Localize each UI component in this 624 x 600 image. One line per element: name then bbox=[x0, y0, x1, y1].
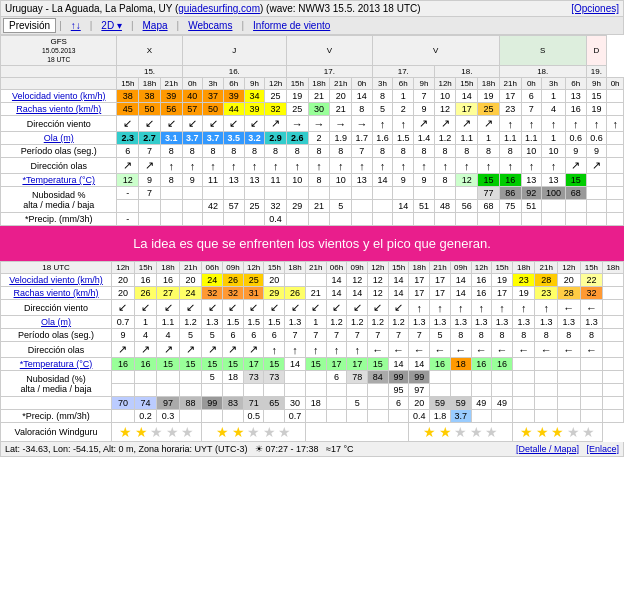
wda-12: ↑ bbox=[352, 158, 373, 174]
banner-text: La idea es que se enfrenten los vientos … bbox=[133, 236, 491, 251]
bws-20: 23 bbox=[512, 274, 535, 287]
cl1-5 bbox=[203, 187, 224, 200]
h11: 21h bbox=[330, 78, 352, 90]
wp-2: 7 bbox=[139, 145, 161, 158]
bwh-4: 1.2 bbox=[179, 316, 202, 329]
b-wh-link[interactable]: Ola (m) bbox=[41, 317, 71, 327]
bt-3: 15 bbox=[157, 358, 180, 371]
star-9-empty: ★ bbox=[263, 424, 276, 440]
tab-mapa[interactable]: Mapa bbox=[137, 18, 174, 33]
title-text: Uruguay - La Aguada, La Paloma, UY bbox=[5, 3, 172, 14]
enlace-link[interactable]: [Enlace] bbox=[586, 444, 619, 454]
ws-7: 34 bbox=[244, 90, 265, 103]
cl2-18: 68 bbox=[478, 200, 500, 213]
wp-16: 8 bbox=[434, 145, 456, 158]
temp-link[interactable]: *Temperatura (°C) bbox=[22, 175, 95, 185]
bh-13: 12h bbox=[368, 262, 389, 274]
bcl3-23 bbox=[580, 397, 603, 410]
bwd-17: ↑ bbox=[450, 300, 471, 316]
tab-updown[interactable]: ↑↓ bbox=[65, 18, 87, 33]
ws-5: 37 bbox=[203, 90, 224, 103]
bws-18: 16 bbox=[471, 274, 492, 287]
bg-4: 24 bbox=[179, 287, 202, 300]
ws-24 bbox=[607, 90, 624, 103]
bws-23: 22 bbox=[580, 274, 603, 287]
wda-13: ↑ bbox=[372, 158, 393, 174]
bwh-10: 1 bbox=[305, 316, 326, 329]
bcl1-6: 18 bbox=[223, 371, 244, 384]
t-21: 13 bbox=[542, 174, 566, 187]
bcl1-11: 6 bbox=[326, 371, 347, 384]
gust-link[interactable]: Rachas viento (km/h) bbox=[16, 104, 101, 114]
t-6: 13 bbox=[223, 174, 244, 187]
guiadesurfing-link[interactable]: guiadesurfing.com bbox=[178, 3, 260, 14]
bwd-23: ← bbox=[580, 300, 603, 316]
b-ws-link[interactable]: Velocidad viento (km/h) bbox=[9, 275, 103, 285]
tab-informe[interactable]: Informe de viento bbox=[247, 18, 336, 33]
wda-22: ↗ bbox=[565, 158, 586, 174]
bh-2: 15h bbox=[134, 262, 157, 274]
bt-6: 15 bbox=[223, 358, 244, 371]
bcl3-6: 83 bbox=[223, 397, 244, 410]
bh-9: 18h bbox=[285, 262, 306, 274]
bwda-24 bbox=[603, 342, 624, 358]
bpr-3: 0.3 bbox=[157, 410, 180, 423]
bws-10 bbox=[305, 274, 326, 287]
b-gust-link[interactable]: Rachas viento (km/h) bbox=[14, 288, 99, 298]
bcl3-12: 5 bbox=[347, 397, 368, 410]
pr-17 bbox=[456, 213, 478, 226]
cl1-6 bbox=[223, 187, 244, 200]
bpr-13 bbox=[368, 410, 389, 423]
t-18: 15 bbox=[478, 174, 500, 187]
bh-1: 12h bbox=[112, 262, 135, 274]
tab-prevision[interactable]: Previsión bbox=[3, 18, 56, 33]
star-4-empty: ★ bbox=[166, 424, 179, 440]
bcl1-5: 5 bbox=[202, 371, 223, 384]
day-18b: 18. bbox=[499, 66, 586, 78]
bwh-19: 1.3 bbox=[492, 316, 513, 329]
bh-10: 21h bbox=[305, 262, 326, 274]
detalle-link[interactable]: [Detalle / Mapa] bbox=[516, 444, 579, 454]
tab-webcams[interactable]: Webcams bbox=[182, 18, 238, 33]
wda-16: ↑ bbox=[434, 158, 456, 174]
ws-19: 17 bbox=[499, 90, 521, 103]
bwp-3: 4 bbox=[157, 329, 180, 342]
val-4: ★ ★ ★ ★ ★ bbox=[409, 423, 513, 442]
b-temp-link[interactable]: *Temperatura (°C) bbox=[20, 359, 93, 369]
t-16: 8 bbox=[434, 174, 456, 187]
bg-5: 32 bbox=[202, 287, 223, 300]
bh-11: 06h bbox=[326, 262, 347, 274]
g-24 bbox=[607, 103, 624, 116]
g-16: 12 bbox=[434, 103, 456, 116]
bcl2-16 bbox=[430, 384, 451, 397]
h5: 3h bbox=[203, 78, 224, 90]
bwp-11: 7 bbox=[326, 329, 347, 342]
bt-7: 17 bbox=[243, 358, 264, 371]
pr-3 bbox=[160, 213, 182, 226]
bwh-13: 1.2 bbox=[368, 316, 389, 329]
cl2-11: 5 bbox=[330, 200, 352, 213]
wda-8: ↑ bbox=[265, 158, 287, 174]
wave-link[interactable]: Ola (m) bbox=[44, 133, 74, 143]
wp-7: 8 bbox=[244, 145, 265, 158]
bh-16: 21h bbox=[430, 262, 451, 274]
bt-24 bbox=[603, 358, 624, 371]
bwda-7: ↗ bbox=[243, 342, 264, 358]
val-5: ★ ★ ★ ★ ★ bbox=[512, 423, 602, 442]
b-temp-label: *Temperatura (°C) bbox=[1, 358, 112, 371]
bws-2: 16 bbox=[134, 274, 157, 287]
bcl2-23 bbox=[580, 384, 603, 397]
wind-speed-link[interactable]: Velocidad viento (km/h) bbox=[12, 91, 106, 101]
bcl1-4 bbox=[179, 371, 202, 384]
bwda-4: ↗ bbox=[179, 342, 202, 358]
cl1-23 bbox=[586, 187, 607, 200]
t-20: 13 bbox=[521, 174, 542, 187]
cl1-9 bbox=[286, 187, 308, 200]
tab-2d[interactable]: 2D ▾ bbox=[95, 18, 128, 33]
bwda-6: ↗ bbox=[223, 342, 244, 358]
wave-h-label: Ola (m) bbox=[1, 132, 117, 145]
bwp-16: 5 bbox=[430, 329, 451, 342]
bwh-16: 1.3 bbox=[430, 316, 451, 329]
options-link[interactable]: [Opciones] bbox=[571, 3, 619, 14]
bcl3-7: 71 bbox=[243, 397, 264, 410]
